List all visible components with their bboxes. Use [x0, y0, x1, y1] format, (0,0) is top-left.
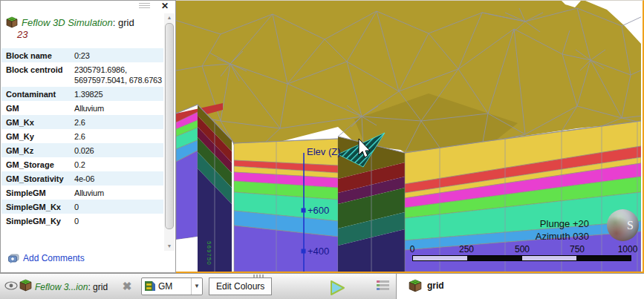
active-shape-label: Feflow 3...ion: grid	[35, 282, 108, 292]
property-label: SimpleGM	[6, 188, 74, 198]
scene-list-icon[interactable]	[377, 280, 389, 293]
panel-title-sep: :	[113, 17, 118, 28]
shape-list-panel: grid	[396, 273, 644, 299]
property-value: 2.6	[74, 117, 163, 128]
properties-table: Block name0:23Block centroid2305791.6986…	[1, 48, 163, 228]
panel-title-object: grid	[118, 17, 134, 28]
property-value: Alluvium	[74, 188, 163, 198]
property-label: Block centroid	[6, 65, 74, 85]
block-model-icon	[19, 279, 32, 292]
block-model-icon	[409, 279, 422, 292]
property-value: 2.6	[74, 131, 163, 142]
shape-item-label: grid	[427, 280, 444, 291]
compass-letter: S	[627, 219, 634, 232]
property-row: GM_Storativity4e-06	[1, 171, 163, 185]
chevron-down-icon[interactable]: ▼	[191, 278, 202, 295]
combo-selected-value: GM	[158, 281, 191, 292]
plunge-value: Plunge +20	[536, 217, 589, 230]
property-value: 2305791.6986, 5697597.5041, 678.6763	[74, 65, 163, 85]
property-label: GM_Ky	[6, 131, 74, 142]
application-window: Elev (Z) +600 +400 Plunge +20 Azimuth 03…	[0, 0, 644, 299]
scale-label: 500	[506, 244, 539, 254]
panel-title: Feflow 3D Simulation: grid 23	[6, 16, 160, 41]
shape-properties-toolbar: Feflow 3...ion: grid ✖ GM ▼ Edit Colours…	[0, 273, 396, 299]
property-row: GMAlluvium	[1, 101, 163, 115]
property-row: SimpleGMAlluvium	[1, 185, 163, 200]
azimuth-value: Azimuth 030	[536, 230, 589, 243]
property-value: 0:23	[74, 50, 163, 61]
property-row: SimpleGM_Kx0	[1, 200, 163, 214]
property-row: SimpleGM_Ky0	[1, 214, 163, 228]
scroll-down-icon[interactable]: ▼	[164, 242, 175, 251]
block-model-icon	[6, 16, 18, 28]
property-row: Contaminant1.39825	[1, 87, 163, 101]
property-row: Block name0:23	[1, 48, 163, 62]
property-label: GM_Kx	[6, 117, 74, 128]
visibility-eye-icon[interactable]	[4, 281, 18, 290]
panel-title-name: Feflow 3D Simulation	[22, 17, 113, 28]
property-label: GM_Kz	[6, 145, 74, 156]
property-value: 1.39825	[74, 89, 163, 99]
property-row: GM_Storage0.2	[1, 157, 163, 171]
front-pillar-layers	[176, 112, 198, 240]
property-value: 0	[74, 202, 163, 212]
view-orientation-readout: Plunge +20 Azimuth 030	[536, 217, 589, 243]
add-comments-link[interactable]: Add Comments	[8, 253, 85, 263]
property-label: GM_Storage	[6, 160, 74, 170]
scale-label: 1000	[611, 244, 644, 254]
property-label: GM	[6, 103, 74, 114]
shape-list-item-grid[interactable]: grid	[409, 279, 444, 292]
scene-3d-viewport[interactable]: Elev (Z) +600 +400 Plunge +20 Azimuth 03…	[176, 0, 644, 273]
property-label: Contaminant	[6, 89, 74, 99]
panel-titlebar[interactable]: ✕	[1, 1, 175, 13]
scale-bar	[412, 255, 631, 261]
property-label: Block name	[6, 50, 74, 61]
property-value: 0.2	[74, 160, 163, 170]
scroll-up-icon[interactable]: ▲	[164, 13, 175, 22]
panel-title-index: 23	[17, 29, 160, 41]
close-icon[interactable]: ✕	[159, 1, 171, 12]
property-label: GM_Storativity	[6, 174, 74, 184]
panel-scrollbar[interactable]: ▲ ▼	[164, 13, 175, 251]
colour-attribute-combo[interactable]: GM ▼	[141, 277, 203, 295]
scale-label: 750	[561, 244, 593, 254]
property-row: GM_Ky2.6	[1, 129, 163, 143]
scale-label: 0	[396, 244, 429, 254]
elev-tick-600: +600	[308, 205, 329, 216]
scroll-thumb[interactable]	[165, 23, 174, 229]
add-comments-word: Comments	[42, 253, 85, 263]
scale-label: 250	[450, 244, 483, 254]
elev-axis-label: Elev (Z)	[307, 146, 341, 157]
add-comments-prefix: Add	[23, 253, 42, 263]
property-row: GM_Kx2.6	[1, 115, 163, 129]
remove-shape-icon[interactable]: ✖	[119, 278, 135, 295]
elev-tick-400: +400	[308, 246, 329, 257]
shape-object: : grid	[88, 282, 108, 292]
property-row: GM_Kz0.026	[1, 143, 163, 157]
block-properties-panel: ✕ Feflow 3D Simulation: grid 23 Block na…	[0, 0, 176, 273]
comment-bubble-icon	[8, 254, 19, 263]
property-value: 4e-06	[74, 174, 163, 184]
edit-colours-button[interactable]: Edit Colours	[209, 277, 272, 295]
property-label: SimpleGM_Ky	[6, 216, 74, 226]
northing-axis-label: 569750	[206, 241, 212, 273]
property-label: SimpleGM_Kx	[6, 202, 74, 212]
property-value: Alluvium	[74, 103, 163, 114]
attribute-layers-icon	[144, 280, 156, 292]
orientation-sphere[interactable]: S	[607, 209, 639, 241]
property-value: 0.026	[74, 145, 163, 156]
camera-angle-icon[interactable]	[330, 280, 345, 296]
shape-name: Feflow 3...ion	[35, 282, 88, 292]
panel-grip[interactable]	[139, 3, 150, 10]
property-row: Block centroid2305791.6986, 5697597.5041…	[1, 62, 163, 87]
property-value: 0	[74, 216, 163, 226]
